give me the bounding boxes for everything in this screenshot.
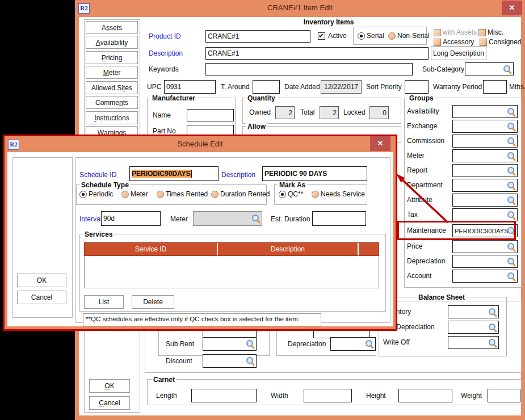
close-icon[interactable]: ✕ <box>502 1 522 15</box>
search-icon[interactable] <box>507 272 516 281</box>
item-edit-cancel-button[interactable]: Cancel <box>89 396 130 410</box>
height-label: Height <box>366 392 386 400</box>
needs-service-radio[interactable] <box>312 191 319 198</box>
sidebar-item-comments[interactable]: Comments <box>86 96 138 109</box>
schedule-edit-ok-button[interactable]: OK <box>17 274 66 287</box>
product-id-field[interactable]: CRANE#1 <box>205 30 310 43</box>
search-icon[interactable] <box>507 242 516 251</box>
search-icon[interactable] <box>507 107 516 116</box>
search-icon[interactable] <box>507 211 516 220</box>
group-field-exchange[interactable] <box>452 120 518 133</box>
description-field[interactable]: CRANE#1 <box>205 47 429 60</box>
sidebar-item-instructions[interactable]: Instructions <box>86 111 138 124</box>
search-icon[interactable] <box>246 339 255 348</box>
periodic-radio[interactable] <box>79 191 87 198</box>
group-label-maintenance: Maintenance <box>407 226 446 234</box>
item-edit-titlebar[interactable]: R2 CRANE#1 Item Edit ✕ <box>75 0 525 16</box>
warranty-period-field[interactable] <box>483 80 507 94</box>
search-icon[interactable] <box>365 339 374 348</box>
schedule-type-caption: Schedule Type <box>79 181 131 189</box>
manufacturer-name-field[interactable] <box>187 109 234 121</box>
search-icon[interactable] <box>507 137 516 146</box>
qc-radio[interactable] <box>279 191 286 198</box>
group-field-commission[interactable] <box>452 135 518 148</box>
manufacturer-caption: Manufacturer <box>150 94 197 102</box>
misc-checkbox[interactable] <box>478 29 486 36</box>
schedule-edit-cancel-button[interactable]: Cancel <box>17 291 66 304</box>
delete-button[interactable]: Delete <box>132 295 174 309</box>
search-icon[interactable] <box>507 181 516 190</box>
sort-priority-field[interactable] <box>405 80 429 94</box>
sidebar-item-allowed-sites[interactable]: Allowed Sites <box>86 81 138 94</box>
item-edit-ok-button[interactable]: OK <box>89 379 130 393</box>
est-duration-label: Est. Duration <box>271 215 310 223</box>
schedule-id-label: Schedule ID <box>79 171 116 179</box>
group-field-availability[interactable] <box>452 105 518 118</box>
active-checkbox[interactable] <box>318 32 325 40</box>
search-icon[interactable] <box>507 152 516 161</box>
sidebar-item-meter[interactable]: Meter <box>86 66 138 79</box>
with-assets-label: with Assets <box>443 28 477 36</box>
sched-description-value: PERIODIC 90 DAYS <box>264 170 327 178</box>
accessory-checkbox[interactable] <box>434 39 441 46</box>
weight-field[interactable] <box>488 389 520 402</box>
sub-rent-field[interactable] <box>203 337 257 351</box>
interval-label: Interval <box>79 215 102 223</box>
group-field-account[interactable] <box>452 270 518 283</box>
group-field-maintenance[interactable]: PERIODIC90DAYS <box>452 224 518 237</box>
keywords-field[interactable] <box>205 63 413 75</box>
group-field-department[interactable] <box>452 179 518 192</box>
width-field[interactable] <box>304 389 352 402</box>
long-description-button[interactable]: Long Description <box>431 46 486 60</box>
times-rented-radio[interactable] <box>157 191 164 198</box>
duration-rented-radio[interactable] <box>211 191 219 198</box>
group-field-meter[interactable] <box>452 149 518 162</box>
sidebar-item-assets[interactable]: Assets <box>86 21 138 34</box>
consigned-checkbox[interactable] <box>480 39 487 46</box>
sched-description-field[interactable]: PERIODIC 90 DAYS <box>262 166 367 181</box>
group-field-report[interactable] <box>452 164 518 177</box>
services-table-body[interactable] <box>84 256 379 288</box>
group-field-price[interactable] <box>452 240 518 253</box>
schedule-id-field[interactable]: PERIODIC90DAYS <box>129 166 219 181</box>
sidebar-item-pricing[interactable]: Pricing <box>86 51 138 64</box>
search-icon[interactable] <box>503 65 512 74</box>
non-serial-radio[interactable] <box>388 32 396 40</box>
date-added-label: Date Added <box>284 83 320 91</box>
discount-field[interactable] <box>203 354 257 368</box>
service-id-column-header[interactable]: Service ID <box>85 243 218 255</box>
t-around-field[interactable] <box>253 80 280 94</box>
sidebar-item-availability[interactable]: Availability <box>86 36 138 49</box>
total-value: 2 <box>333 109 337 117</box>
group-field-depreciation[interactable] <box>452 255 518 268</box>
serial-radio[interactable] <box>358 32 365 40</box>
misc-label: Misc. <box>488 28 503 36</box>
sub-category-field[interactable] <box>465 62 514 75</box>
search-icon[interactable] <box>251 214 261 223</box>
total-field: 2 <box>320 106 339 119</box>
interval-field[interactable]: 90d <box>101 211 161 226</box>
depreciation-field[interactable] <box>330 337 376 351</box>
search-icon[interactable] <box>507 257 516 266</box>
schedule-edit-titlebar[interactable]: R2 Schedule Edit ✕ <box>5 136 396 152</box>
search-icon[interactable] <box>246 356 255 366</box>
upc-field[interactable]: 0931 <box>164 80 216 94</box>
group-label-meter: Meter <box>407 152 425 159</box>
description-column-header[interactable]: Description <box>218 243 359 255</box>
search-icon[interactable] <box>507 166 516 175</box>
height-field[interactable] <box>398 389 452 402</box>
non-serial-label: Non-Serial <box>397 32 430 40</box>
with-assets-checkbox[interactable] <box>434 29 441 36</box>
close-icon[interactable]: ✕ <box>370 136 390 151</box>
length-field[interactable] <box>191 389 257 402</box>
search-icon[interactable] <box>507 196 516 205</box>
meter-radio[interactable] <box>121 191 129 198</box>
list-button[interactable]: List <box>84 295 124 309</box>
group-field-tax[interactable] <box>452 208 518 221</box>
group-field-attribute[interactable] <box>452 194 518 207</box>
est-duration-field[interactable] <box>312 211 366 226</box>
sub-category-label: Sub-Category <box>422 65 464 73</box>
search-icon[interactable] <box>507 226 516 236</box>
group-label-depreciation: Depreciation <box>407 257 445 265</box>
search-icon[interactable] <box>507 122 516 131</box>
